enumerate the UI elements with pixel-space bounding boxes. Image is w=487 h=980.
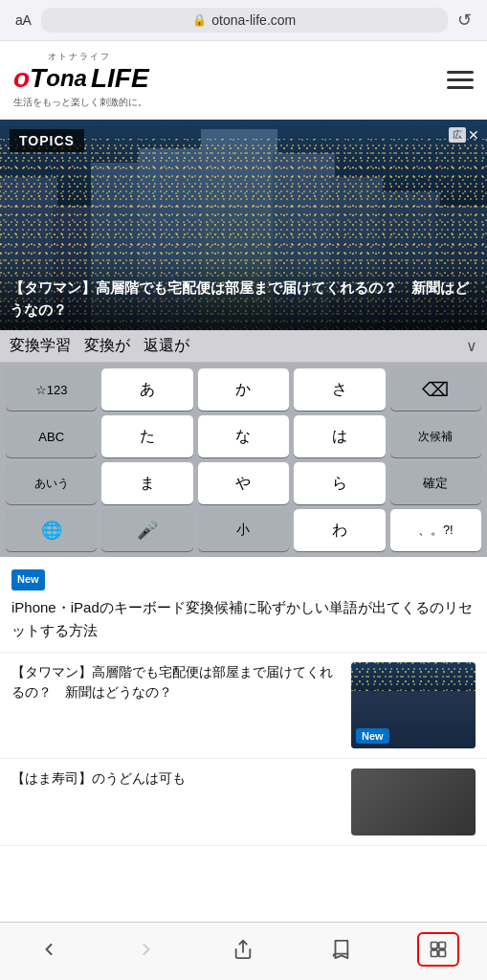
key-ra[interactable]: ら: [294, 462, 385, 504]
logo-ruby: オトナライフ: [48, 51, 149, 63]
key-ya[interactable]: や: [198, 462, 289, 504]
site-logo[interactable]: オトナライフ o T ona LIFE 生活をもっと楽しく刺激的に。: [13, 51, 149, 109]
key-ma[interactable]: ま: [101, 462, 192, 504]
back-button[interactable]: [28, 932, 70, 967]
candidate-item[interactable]: 変換が: [84, 336, 130, 356]
svg-rect-3: [432, 950, 438, 957]
key-punctuation[interactable]: 、。?!: [390, 509, 481, 551]
chevron-down-icon[interactable]: ∨: [466, 337, 477, 355]
bookmarks-button[interactable]: [320, 932, 362, 967]
share-button[interactable]: [222, 932, 264, 967]
main-article-text[interactable]: iPhone・iPadのキーボード変換候補に恥ずかしい単語が出てくるのリセットす…: [11, 596, 476, 642]
svg-rect-1: [432, 943, 438, 949]
forward-button[interactable]: [125, 932, 167, 967]
hamburger-line: [447, 71, 474, 74]
partial-article[interactable]: 【はま寿司】のうどんは可も: [0, 759, 487, 846]
card-article[interactable]: 【タワマン】高層階でも宅配便は部屋まで届けてくれるの？ 新聞はどうなの？ New: [0, 653, 487, 759]
key-ka[interactable]: か: [198, 368, 289, 411]
key-123[interactable]: ☆123: [6, 368, 97, 411]
url-text: otona-life.com: [211, 12, 296, 28]
logo-main: o T ona LIFE: [13, 63, 149, 94]
svg-rect-2: [439, 943, 446, 949]
key-ta[interactable]: た: [101, 415, 192, 457]
tabs-button[interactable]: [417, 932, 459, 967]
ad-badge: 広 ✕: [449, 127, 479, 143]
browser-bar: aA 🔒 otona-life.com ↺: [0, 0, 487, 41]
key-a[interactable]: あ: [101, 368, 192, 411]
card-article-image: New: [351, 662, 476, 748]
card-article-text: 【タワマン】高層階でも宅配便は部屋まで届けてくれるの？ 新聞はどうなの？: [11, 662, 342, 702]
bottom-nav: [0, 922, 487, 980]
partial-article-text: 【はま寿司】のうどんは可も: [11, 768, 342, 789]
topics-badge: TOPICS: [10, 129, 84, 152]
hero-caption[interactable]: 【タワマン】高層階でも宅配便は部屋まで届けてくれるの？ 新聞はどうなの？: [0, 258, 487, 330]
key-mic[interactable]: 🎤: [101, 509, 192, 551]
candidate-item[interactable]: 変換学習: [10, 336, 71, 356]
lock-icon: 🔒: [192, 13, 207, 27]
svg-rect-4: [439, 950, 446, 957]
key-small[interactable]: 小: [198, 509, 289, 551]
candidate-item[interactable]: 返還が: [144, 336, 189, 356]
partial-article-image: [351, 768, 476, 835]
hamburger-menu-button[interactable]: [447, 71, 474, 89]
url-bar[interactable]: 🔒 otona-life.com: [41, 8, 448, 33]
logo-tagline: 生活をもっと楽しく刺激的に。: [13, 96, 149, 109]
font-size-button[interactable]: aA: [15, 12, 32, 28]
new-badge: New: [11, 569, 45, 590]
key-ha[interactable]: は: [294, 415, 385, 457]
card-new-badge: New: [356, 726, 389, 744]
key-delete[interactable]: ⌫: [390, 368, 481, 411]
key-na[interactable]: な: [198, 415, 289, 457]
candidate-bar: 変換学習 変換が 返還が ∨: [0, 330, 487, 363]
hero-image: TOPICS 広 ✕ 【タワマン】高層階でも宅配便は部屋まで届けてくれるの？ 新…: [0, 120, 487, 330]
key-sa[interactable]: さ: [294, 368, 385, 411]
main-article[interactable]: New iPhone・iPadのキーボード変換候補に恥ずかしい単語が出てくるのリ…: [0, 557, 487, 653]
keyboard-grid: ☆123 あ か さ ⌫ ABC た な は 次候補 あいう ま や ら 確定 …: [0, 363, 487, 557]
candidate-list: 変換学習 変換が 返還が: [10, 336, 189, 356]
key-confirm[interactable]: 確定: [390, 462, 481, 504]
key-abc[interactable]: ABC: [6, 415, 97, 457]
site-header: オトナライフ o T ona LIFE 生活をもっと楽しく刺激的に。: [0, 41, 487, 120]
hamburger-line: [447, 78, 474, 81]
hamburger-line: [447, 86, 474, 89]
partial-image-bg: [351, 768, 476, 835]
keyboard-section: 変換学習 変換が 返還が ∨ ☆123 あ か さ ⌫ ABC た な は 次候…: [0, 330, 487, 557]
reload-button[interactable]: ↺: [457, 10, 472, 31]
key-globe[interactable]: 🌐: [6, 509, 97, 551]
key-wa[interactable]: わ: [294, 509, 385, 551]
ad-label[interactable]: 広: [449, 127, 466, 143]
key-aiueo[interactable]: あいう: [6, 462, 97, 504]
key-next-candidate[interactable]: 次候補: [390, 415, 481, 457]
card-new-badge-label: New: [356, 728, 389, 744]
ad-close-icon[interactable]: ✕: [468, 127, 479, 143]
